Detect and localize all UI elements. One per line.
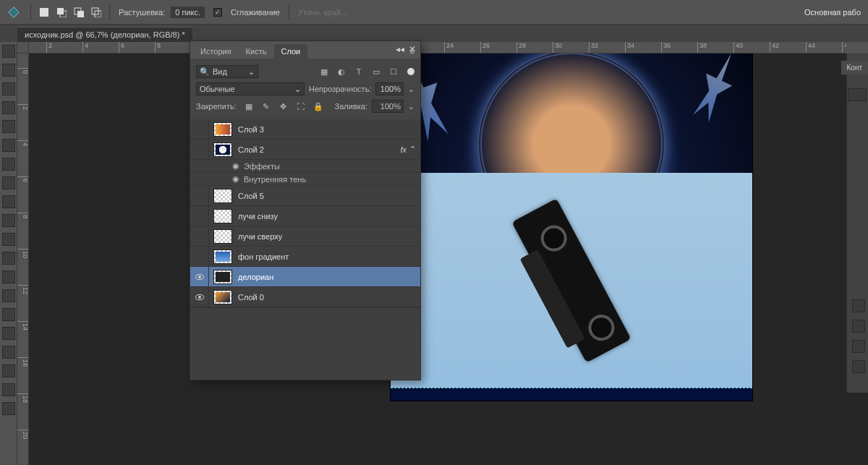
right-tool-icon[interactable] xyxy=(852,360,865,373)
visibility-toggle[interactable] xyxy=(190,140,209,159)
tool-icon[interactable] xyxy=(2,289,15,302)
layer-name[interactable]: Слой 0 xyxy=(238,293,416,302)
tool-icon[interactable] xyxy=(2,270,15,283)
visibility-toggle[interactable] xyxy=(190,247,209,266)
layer-thumbnail[interactable] xyxy=(213,142,232,157)
layer-row[interactable]: лучи сверху xyxy=(190,226,420,247)
blend-mode-select[interactable]: Обычные ⌄ xyxy=(196,82,305,95)
layer-thumbnail[interactable] xyxy=(213,249,232,264)
right-panel-tab[interactable]: Конт xyxy=(841,61,869,74)
tool-icon[interactable] xyxy=(2,327,15,340)
tool-icon[interactable] xyxy=(2,64,15,77)
fx-inner-shadow-row[interactable]: ◉Внутренняя тень xyxy=(190,173,420,186)
panel-collapse-icon[interactable]: ◂◂ xyxy=(396,44,404,54)
layer-row[interactable]: Слой 0 xyxy=(190,287,420,307)
tab-history[interactable]: История xyxy=(193,44,239,59)
tab-layers[interactable]: Слои xyxy=(274,44,308,59)
right-panel-input[interactable] xyxy=(848,88,867,101)
layer-name[interactable]: Слой 3 xyxy=(238,125,416,134)
chevron-down-icon[interactable]: ⌄ xyxy=(408,85,414,94)
visibility-toggle[interactable] xyxy=(190,186,209,205)
tool-icon[interactable] xyxy=(2,214,15,227)
lock-position-icon[interactable]: ✥ xyxy=(278,101,289,111)
visibility-toggle[interactable] xyxy=(190,119,209,139)
lock-all-icon[interactable]: 🔒 xyxy=(313,101,323,111)
tool-icon[interactable] xyxy=(2,346,15,359)
layer-thumbnail[interactable] xyxy=(213,229,232,244)
filter-shape-icon[interactable]: ▭ xyxy=(371,67,381,77)
filter-adjust-icon[interactable]: ◐ xyxy=(336,67,346,77)
fx-effects-row[interactable]: ◉Эффекты xyxy=(190,160,420,173)
layer-row[interactable]: Слой 2fx⌃ xyxy=(190,140,420,160)
tool-icon[interactable] xyxy=(2,252,15,265)
document-tab[interactable]: исходник.psd @ 66,7% (делориан, RGB/8) * xyxy=(17,27,192,42)
layer-name[interactable]: лучи сверху xyxy=(238,232,416,241)
fx-collapse-icon[interactable]: ⌃ xyxy=(409,145,416,154)
ruler-vertical[interactable]: 0246810121416182022 xyxy=(17,54,29,465)
layer-name[interactable]: фон градиент xyxy=(238,252,416,261)
lock-transparency-icon[interactable]: ▦ xyxy=(244,101,254,111)
layers-empty-area[interactable] xyxy=(190,307,420,380)
tab-brush[interactable]: Кисть xyxy=(239,44,274,59)
layer-row[interactable]: лучи снизу xyxy=(190,206,420,226)
visibility-toggle[interactable] xyxy=(190,267,209,286)
document-canvas[interactable] xyxy=(391,46,752,401)
refine-edge-button[interactable]: Уточн. край... xyxy=(298,8,347,17)
feather-value[interactable]: 0 пикс. xyxy=(171,7,205,18)
tool-icon[interactable] xyxy=(2,364,15,377)
layer-row[interactable]: Слой 3 xyxy=(190,119,420,140)
layer-name[interactable]: делориан xyxy=(238,273,416,281)
filter-pixel-icon[interactable]: ▦ xyxy=(319,67,329,77)
filter-smart-icon[interactable]: ☐ xyxy=(388,67,399,77)
layer-name[interactable]: Слой 2 xyxy=(238,145,400,154)
layer-name[interactable]: лучи снизу xyxy=(238,212,416,221)
visibility-toggle[interactable] xyxy=(190,206,209,226)
workspace-label[interactable]: Основная рабо xyxy=(804,8,865,17)
filter-toggle[interactable] xyxy=(407,68,414,75)
fill-label: Заливка: xyxy=(335,102,367,111)
layer-thumbnail[interactable] xyxy=(213,189,232,203)
chevron-down-icon[interactable]: ⌄ xyxy=(408,102,414,111)
tool-icon[interactable] xyxy=(2,308,15,321)
lock-pixels-icon[interactable]: ✎ xyxy=(261,101,271,111)
layer-row[interactable]: делориан xyxy=(190,267,420,287)
layer-name[interactable]: Слой 5 xyxy=(238,192,416,200)
layer-thumbnail[interactable] xyxy=(213,122,232,137)
fx-badge[interactable]: fx xyxy=(400,145,407,154)
right-tool-icon[interactable] xyxy=(852,320,865,333)
ruler-horizontal[interactable]: 0246810121416182022242628303234363840424… xyxy=(29,42,846,54)
tool-icon[interactable] xyxy=(2,402,15,415)
visibility-toggle[interactable] xyxy=(190,287,209,307)
layer-filter-select[interactable]: 🔍 Вид ⌄ xyxy=(196,65,258,78)
tool-icon[interactable] xyxy=(2,139,15,152)
tool-icon[interactable] xyxy=(2,101,15,114)
opacity-value[interactable]: 100% xyxy=(375,82,404,95)
layer-thumbnail[interactable] xyxy=(213,270,232,284)
fill-value[interactable]: 100% xyxy=(372,100,404,113)
subtract-selection-icon[interactable] xyxy=(72,5,86,20)
right-tool-icon[interactable] xyxy=(852,299,865,312)
tool-icon[interactable] xyxy=(2,383,15,396)
fx-visibility-icon[interactable]: ◉ xyxy=(232,161,239,171)
tool-icon[interactable] xyxy=(2,195,15,208)
right-tool-icon[interactable] xyxy=(852,340,865,353)
layer-row[interactable]: Слой 5 xyxy=(190,186,420,206)
tool-icon[interactable] xyxy=(2,176,15,189)
antialias-checkbox[interactable] xyxy=(213,8,222,17)
fx-visibility-icon[interactable]: ◉ xyxy=(232,174,239,184)
layer-thumbnail[interactable] xyxy=(213,209,232,223)
add-selection-icon[interactable] xyxy=(54,5,69,20)
intersect-selection-icon[interactable] xyxy=(89,5,103,20)
tool-icon[interactable] xyxy=(2,82,15,95)
layer-thumbnail[interactable] xyxy=(213,290,232,304)
visibility-toggle[interactable] xyxy=(190,226,209,246)
tool-icon[interactable] xyxy=(2,233,15,246)
layer-row[interactable]: фон градиент xyxy=(190,247,420,267)
lock-artboard-icon[interactable]: ⛶ xyxy=(296,101,306,111)
new-selection-icon[interactable] xyxy=(37,5,51,20)
tool-icon[interactable] xyxy=(2,120,15,133)
tool-icon[interactable] xyxy=(2,45,15,58)
tool-icon[interactable] xyxy=(2,158,15,171)
panel-close-icon[interactable]: ✕ xyxy=(409,44,416,54)
filter-type-icon[interactable]: T xyxy=(354,67,364,77)
